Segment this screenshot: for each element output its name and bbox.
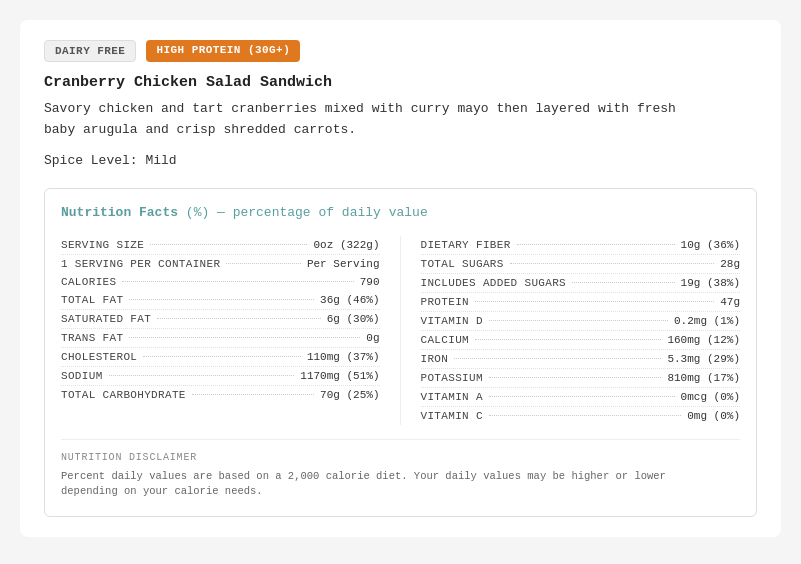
nut-line xyxy=(517,244,675,245)
nutrition-columns: SERVING SIZE0oz (322g)1 SERVING PER CONT… xyxy=(61,236,740,425)
nut-line xyxy=(129,299,314,300)
nut-label: VITAMIN C xyxy=(421,410,483,422)
nutrition-disclaimer: NUTRITION DISCLAIMER Percent daily value… xyxy=(61,439,740,501)
nut-value: 5.3mg (29%) xyxy=(667,353,740,365)
nut-label: DIETARY FIBER xyxy=(421,239,511,251)
nut-line xyxy=(489,396,675,397)
nutrition-right-row: TOTAL SUGARS28g xyxy=(421,255,741,274)
nut-label: CALCIUM xyxy=(421,334,470,346)
nut-value: 47g xyxy=(720,296,740,308)
product-title: Cranberry Chicken Salad Sandwich xyxy=(44,74,757,91)
nut-label: IRON xyxy=(421,353,449,365)
nutrition-right-row: VITAMIN A0mcg (0%) xyxy=(421,388,741,407)
high-protein-badge: HIGH PROTEIN (30G+) xyxy=(146,40,300,62)
nutrition-right-row: DIETARY FIBER10g (36%) xyxy=(421,236,741,255)
nut-value: Per Serving xyxy=(307,258,380,270)
nutrition-left-row: SERVING SIZE0oz (322g) xyxy=(61,236,380,255)
nut-line xyxy=(226,263,300,264)
nutrition-right-row: CALCIUM160mg (12%) xyxy=(421,331,741,350)
nutrition-left-row: SODIUM1170mg (51%) xyxy=(61,367,380,386)
nutrition-left-row: CHOLESTEROL110mg (37%) xyxy=(61,348,380,367)
badge-container: DAIRY FREE HIGH PROTEIN (30G+) xyxy=(44,40,757,62)
nutrition-right-row: IRON5.3mg (29%) xyxy=(421,350,741,369)
nut-value: 0g xyxy=(366,332,379,344)
nut-value: 110mg (37%) xyxy=(307,351,380,363)
nut-label: VITAMIN A xyxy=(421,391,483,403)
nut-label: INCLUDES ADDED SUGARS xyxy=(421,277,567,289)
nut-label: TRANS FAT xyxy=(61,332,123,344)
nutrition-left-col: SERVING SIZE0oz (322g)1 SERVING PER CONT… xyxy=(61,236,401,425)
nut-value: 10g (36%) xyxy=(681,239,740,251)
nutrition-right-row: POTASSIUM810mg (17%) xyxy=(421,369,741,388)
nutrition-left-row: SATURATED FAT6g (30%) xyxy=(61,310,380,329)
nut-value: 810mg (17%) xyxy=(667,372,740,384)
nut-value: 790 xyxy=(360,276,380,288)
nutrition-right-row: VITAMIN D0.2mg (1%) xyxy=(421,312,741,331)
disclaimer-text: Percent daily values are based on a 2,00… xyxy=(61,469,740,501)
nutrition-box: Nutrition Facts (%) — percentage of dail… xyxy=(44,188,757,518)
nut-line xyxy=(572,282,675,283)
nutrition-left-row: TOTAL FAT36g (46%) xyxy=(61,291,380,310)
nut-value: 19g (38%) xyxy=(681,277,740,289)
nut-line xyxy=(192,394,314,395)
nut-value: 0.2mg (1%) xyxy=(674,315,740,327)
nut-value: 0mcg (0%) xyxy=(681,391,740,403)
nut-label: 1 SERVING PER CONTAINER xyxy=(61,258,220,270)
nut-label: POTASSIUM xyxy=(421,372,483,384)
nut-line xyxy=(489,377,661,378)
nut-line xyxy=(122,281,353,282)
nut-line xyxy=(129,337,360,338)
nut-line xyxy=(109,375,295,376)
nut-label: PROTEIN xyxy=(421,296,470,308)
disclaimer-title: NUTRITION DISCLAIMER xyxy=(61,450,740,465)
nut-label: CHOLESTEROL xyxy=(61,351,137,363)
nut-line xyxy=(157,318,321,319)
product-description: Savory chicken and tart cranberries mixe… xyxy=(44,99,757,141)
nutrition-title-label: Nutrition Facts xyxy=(61,205,178,220)
nut-line xyxy=(454,358,661,359)
nut-value: 160mg (12%) xyxy=(667,334,740,346)
nutrition-title: Nutrition Facts (%) — percentage of dail… xyxy=(61,205,740,220)
nutrition-right-row: PROTEIN47g xyxy=(421,293,741,312)
nut-value: 36g (46%) xyxy=(320,294,379,306)
nut-label: SERVING SIZE xyxy=(61,239,144,251)
nut-label: VITAMIN D xyxy=(421,315,483,327)
nut-label: TOTAL CARBOHYDRATE xyxy=(61,389,186,401)
nut-line xyxy=(489,320,668,321)
nutrition-right-row: VITAMIN C0mg (0%) xyxy=(421,407,741,425)
nut-value: 28g xyxy=(720,258,740,270)
dairy-free-badge: DAIRY FREE xyxy=(44,40,136,62)
nut-label: TOTAL SUGARS xyxy=(421,258,504,270)
nut-value: 6g (30%) xyxy=(327,313,380,325)
nut-value: 0mg (0%) xyxy=(687,410,740,422)
nutrition-right-col: DIETARY FIBER10g (36%)TOTAL SUGARS28gINC… xyxy=(401,236,741,425)
nut-line xyxy=(150,244,307,245)
nut-value: 1170mg (51%) xyxy=(300,370,379,382)
nut-label: SATURATED FAT xyxy=(61,313,151,325)
nutrition-left-row: CALORIES790 xyxy=(61,273,380,291)
nutrition-title-suffix: (%) — percentage of daily value xyxy=(186,205,428,220)
nut-label: SODIUM xyxy=(61,370,103,382)
nut-value: 70g (25%) xyxy=(320,389,379,401)
nut-value: 0oz (322g) xyxy=(313,239,379,251)
nut-label: CALORIES xyxy=(61,276,116,288)
nut-line xyxy=(475,301,714,302)
spice-level: Spice Level: Mild xyxy=(44,153,757,168)
product-card: DAIRY FREE HIGH PROTEIN (30G+) Cranberry… xyxy=(20,20,781,537)
nutrition-left-row: 1 SERVING PER CONTAINERPer Serving xyxy=(61,255,380,273)
nut-line xyxy=(475,339,661,340)
nut-label: TOTAL FAT xyxy=(61,294,123,306)
nutrition-right-row: INCLUDES ADDED SUGARS19g (38%) xyxy=(421,274,741,293)
nut-line xyxy=(143,356,301,357)
nutrition-left-row: TRANS FAT0g xyxy=(61,329,380,348)
nut-line xyxy=(489,415,681,416)
nut-line xyxy=(510,263,715,264)
nutrition-left-row: TOTAL CARBOHYDRATE70g (25%) xyxy=(61,386,380,404)
